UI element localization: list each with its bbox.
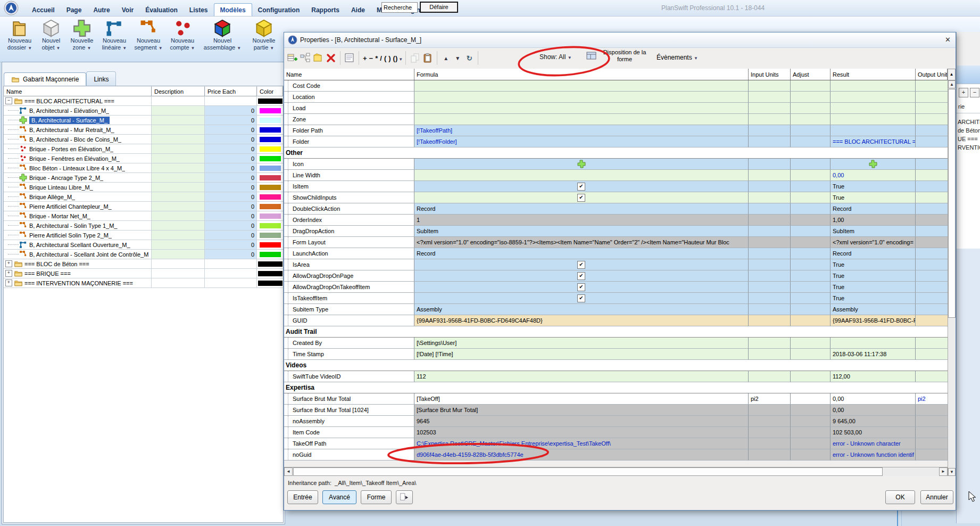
list-item[interactable]: B, Architectural - Solin Type 1_M_0 <box>4 221 283 231</box>
add-property-icon[interactable] <box>287 53 298 63</box>
item-name-cell[interactable]: Bloc Béton - Linteaux Libre 4 x 4_M_ <box>4 163 152 173</box>
property-name-cell[interactable]: Load <box>284 103 414 114</box>
operator-close-paren-button[interactable]: ) <box>388 54 391 62</box>
adjust-cell[interactable] <box>791 226 830 237</box>
input-units-cell[interactable] <box>749 103 791 114</box>
item-color-cell[interactable] <box>257 116 283 125</box>
item-description-cell[interactable] <box>152 173 205 183</box>
adjust-cell[interactable] <box>791 259 830 270</box>
item-name-cell[interactable]: Brique Allège_M_ <box>4 192 152 202</box>
property-formula-cell[interactable]: Record <box>414 248 749 259</box>
menu-item-aide[interactable]: Aide <box>345 4 371 16</box>
property-formula-cell[interactable] <box>414 80 749 92</box>
property-name-cell[interactable]: Item Code <box>284 427 414 438</box>
item-color-cell[interactable] <box>257 96 283 106</box>
item-name-cell[interactable]: Brique - Ancrage Type 2_M_ <box>4 173 152 183</box>
adjust-cell[interactable] <box>791 293 830 304</box>
property-formula-cell[interactable]: ✔ <box>414 293 749 304</box>
item-name-cell[interactable]: Brique - Fenêtres en Élévation_M_ <box>4 154 152 163</box>
item-name-cell[interactable]: Brique Linteau Libre_M_ <box>4 183 152 192</box>
adjust-cell[interactable] <box>791 215 830 226</box>
collapse-all-icon[interactable]: − <box>970 88 979 97</box>
property-formula-cell[interactable]: ✔ <box>414 270 749 282</box>
menu-item-autre[interactable]: Autre <box>87 4 115 16</box>
input-units-cell[interactable] <box>749 427 791 438</box>
adjust-cell[interactable] <box>791 125 830 136</box>
property-name-cell[interactable]: Line Width <box>284 170 414 181</box>
list-item[interactable]: −=== BLOC ARCHITECTURAL === <box>4 96 283 106</box>
horizontal-scrollbar[interactable]: ◄ ► <box>284 467 948 476</box>
property-formula-cell[interactable]: 112 <box>414 371 749 382</box>
property-name-cell[interactable]: OrderIndex <box>284 215 414 226</box>
list-item[interactable]: B, Architectural - Élévation_M_0 <box>4 106 283 116</box>
item-price-cell[interactable]: 0 <box>205 116 257 125</box>
show-filter-dropdown[interactable]: Show: All ▼ <box>539 53 572 61</box>
adjust-cell[interactable] <box>791 349 830 360</box>
input-units-cell[interactable] <box>749 181 791 192</box>
list-item[interactable]: B, Architectural - Mur Retrait_M_0 <box>4 125 283 135</box>
property-formula-cell[interactable]: ✔ <box>414 181 749 192</box>
input-units-cell[interactable] <box>749 114 791 125</box>
item-description-cell[interactable] <box>152 144 205 154</box>
list-item[interactable]: B, Architectural - Bloc de Coins_M_0 <box>4 135 283 144</box>
property-name-cell[interactable]: LaunchAction <box>284 248 414 259</box>
item-color-cell[interactable] <box>257 154 283 163</box>
item-description-cell[interactable] <box>152 250 205 259</box>
input-units-cell[interactable] <box>749 304 791 315</box>
property-name-cell[interactable]: Icon <box>284 159 414 170</box>
item-price-cell[interactable]: 0 <box>205 106 257 116</box>
item-color-cell[interactable] <box>257 173 283 183</box>
property-name-cell[interactable]: Zone <box>284 114 414 125</box>
adjust-cell[interactable] <box>791 270 830 282</box>
list-item[interactable]: Bloc Béton - Linteaux Libre 4 x 4_M_0 <box>4 163 283 173</box>
property-formula-cell[interactable]: SubItem <box>414 226 749 237</box>
menu-item-listes[interactable]: Listes <box>184 4 214 16</box>
operator-paren-pair-button[interactable]: () <box>393 54 398 62</box>
item-name-cell[interactable]: Pierre Artificiel Chantepleur_M_ <box>4 202 152 211</box>
input-units-cell[interactable] <box>749 270 791 282</box>
item-color-cell[interactable] <box>257 269 283 278</box>
property-name-cell[interactable]: AllowDragDropOnTakeoffItem <box>284 282 414 293</box>
input-units-cell[interactable] <box>749 237 791 248</box>
column-header-name[interactable]: Name <box>4 86 152 96</box>
item-color-cell[interactable] <box>257 221 283 231</box>
item-name-cell[interactable]: Brique - Mortar Net_M_ <box>4 211 152 221</box>
input-units-cell[interactable] <box>749 125 791 136</box>
item-description-cell[interactable] <box>152 154 205 163</box>
property-name-cell[interactable]: GUID <box>284 315 414 326</box>
item-color-cell[interactable] <box>257 144 283 154</box>
form-layout-button[interactable]: Disposition de la forme <box>585 49 649 63</box>
item-color-cell[interactable] <box>257 250 283 259</box>
property-formula-cell[interactable]: d906f4ae-d4eb-4159-828b-5f3dbfc5774e <box>414 449 749 461</box>
adjust-cell[interactable] <box>791 181 830 192</box>
copy-formula-icon[interactable] <box>410 53 420 63</box>
item-price-cell[interactable]: 0 <box>205 125 257 135</box>
adjust-cell[interactable] <box>791 80 830 92</box>
new-part-button[interactable]: Nouvellepartie ▼ <box>246 18 282 53</box>
hscroll-thumb[interactable] <box>293 467 883 476</box>
item-color-cell[interactable] <box>257 125 283 135</box>
add-subproperty-icon[interactable] <box>300 53 311 63</box>
item-price-cell[interactable]: 0 <box>205 183 257 192</box>
property-formula-cell[interactable]: 102503 <box>414 427 749 438</box>
item-color-cell[interactable] <box>257 202 283 211</box>
item-description-cell[interactable] <box>152 240 205 250</box>
item-name-cell[interactable]: B, Architectural - Élévation_M_ <box>4 106 152 116</box>
operator-open-paren-button[interactable]: ( <box>384 54 386 62</box>
property-name-cell[interactable]: AllowDragDropOnPage <box>284 270 414 282</box>
new-zone-button[interactable]: Nouvellezone ▼ <box>66 18 98 53</box>
column-header-color[interactable]: Color <box>257 86 283 96</box>
property-formula-cell[interactable]: <?xml version="1.0" encoding="iso-8859-1… <box>414 237 749 248</box>
list-item[interactable]: Brique Allège_M_0 <box>4 192 283 202</box>
property-formula-cell[interactable] <box>414 170 749 181</box>
input-units-cell[interactable] <box>749 159 791 170</box>
property-name-cell[interactable]: Surface Brut Mur Total [1024] <box>284 405 414 416</box>
item-description-cell[interactable] <box>152 192 205 202</box>
grid-column-adjust[interactable]: Adjust <box>791 69 830 80</box>
expander-collapse-icon[interactable]: − <box>5 97 12 104</box>
grid-column-result[interactable]: Result <box>830 69 916 80</box>
item-price-cell[interactable]: 0 <box>205 221 257 231</box>
item-price-cell[interactable]: 0 <box>205 173 257 183</box>
item-description-cell[interactable] <box>152 96 205 106</box>
list-item[interactable]: +=== INTERVENTION MAÇONNERIE === <box>4 278 283 288</box>
